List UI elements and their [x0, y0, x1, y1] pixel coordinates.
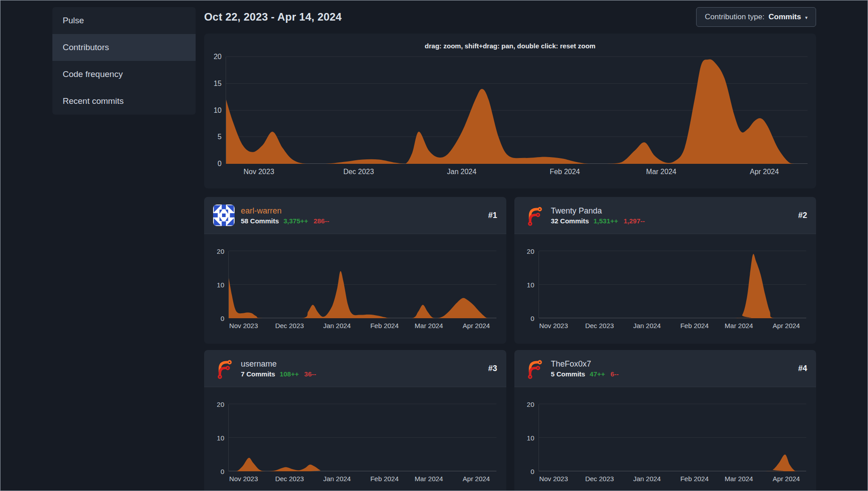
contributor-commits-chart: 01020Nov 2023Dec 2023Jan 2024Feb 2024Mar… [228, 251, 496, 330]
x-axis-labels: Nov 2023Dec 2023Jan 2024Feb 2024Mar 2024… [228, 322, 496, 330]
x-axis-tick-label: Jan 2024 [323, 322, 351, 329]
chart-plot-area[interactable]: 01020 [228, 404, 496, 471]
x-axis-tick-label: Nov 2023 [229, 322, 258, 329]
x-axis-tick-label: Dec 2023 [275, 475, 304, 482]
additions-count: 47++ [590, 370, 605, 378]
contributor-stats: 7 Commits 108++ 36-- [241, 370, 482, 378]
contributor-name-link[interactable]: Twenty Panda [551, 206, 602, 216]
rank-badge: #3 [488, 364, 497, 373]
x-axis-tick-label: Dec 2023 [585, 322, 614, 329]
commit-activity-area [229, 271, 496, 318]
x-axis-tick-label: Jan 2024 [323, 475, 351, 482]
contribution-type-dropdown[interactable]: Contribution type: Commits ▾ [696, 7, 816, 27]
sidebar-item-label: Code frequency [63, 69, 123, 79]
x-axis-tick-label: Nov 2023 [539, 322, 568, 329]
contributor-card-2: Twenty Panda 32 Commits 1,531++ 1,297-- … [514, 197, 817, 344]
x-axis-tick-label: Jan 2024 [633, 475, 661, 482]
chart-zoom-hint: drag: zoom, shift+drag: pan, double clic… [204, 43, 816, 49]
x-axis-tick-label: Apr 2024 [773, 322, 800, 329]
area-chart-svg [226, 57, 808, 164]
chart-plot-area[interactable]: 01020 [228, 251, 496, 318]
y-axis-tick-label: 10 [217, 434, 224, 442]
contributor-info: TheFox0x7 5 Commits 47++ 6-- [551, 359, 792, 378]
x-axis-tick-label: Dec 2023 [585, 475, 614, 482]
contributor-name-link[interactable]: TheFox0x7 [551, 359, 591, 369]
additions-count: 1,531++ [594, 217, 618, 225]
y-axis-tick-label: 0 [218, 160, 222, 168]
y-axis-tick-label: 10 [527, 281, 534, 289]
x-axis-tick-label: Mar 2024 [725, 475, 753, 482]
x-axis-tick-label: Jan 2024 [633, 322, 661, 329]
commit-count: 58 Commits [241, 217, 279, 225]
area-chart-svg [539, 404, 807, 471]
deletions-count: 286-- [313, 217, 329, 225]
sidebar-item-pulse[interactable]: Pulse [52, 7, 196, 34]
sidebar-item-code-frequency[interactable]: Code frequency [52, 61, 196, 88]
identicon-avatar [213, 205, 235, 226]
deletions-count: 36-- [304, 370, 316, 378]
additions-count: 3,375++ [283, 217, 308, 225]
sidebar-item-label: Recent commits [63, 96, 124, 106]
contributor-commits-chart: 01020Nov 2023Dec 2023Jan 2024Feb 2024Mar… [539, 251, 807, 330]
x-axis-labels: Nov 2023Dec 2023Jan 2024Feb 2024Mar 2024… [539, 322, 807, 330]
x-axis-tick-label: Mar 2024 [646, 168, 676, 176]
sidebar-item-contributors[interactable]: Contributors [52, 34, 196, 61]
y-axis-tick-label: 20 [527, 248, 534, 255]
rank-badge: #2 [798, 211, 807, 220]
contributor-commits-chart: 01020Nov 2023Dec 2023Jan 2024Feb 2024Mar… [539, 404, 807, 483]
contribution-type-value: Commits [769, 13, 801, 21]
contributor-card-header: Twenty Panda 32 Commits 1,531++ 1,297-- … [514, 197, 817, 234]
x-axis-tick-label: Feb 2024 [370, 475, 398, 482]
y-axis-tick-label: 10 [527, 434, 534, 442]
rank-badge: #4 [798, 364, 807, 373]
contribution-type-label: Contribution type: [705, 13, 764, 21]
commit-activity-area [539, 254, 807, 318]
x-axis-tick-label: Apr 2024 [463, 475, 490, 482]
page: Pulse Contributors Code frequency Recent… [0, 0, 868, 491]
x-axis-tick-label: Apr 2024 [750, 168, 779, 176]
x-axis-labels: Nov 2023Dec 2023Jan 2024Feb 2024Mar 2024… [226, 168, 808, 176]
y-axis-tick-label: 20 [217, 401, 224, 408]
y-axis-tick-label: 0 [221, 315, 224, 322]
commit-count: 32 Commits [551, 217, 589, 225]
chart-plot-area[interactable]: 01020 [539, 404, 807, 471]
y-axis-tick-label: 0 [530, 468, 534, 475]
y-axis-tick-label: 0 [221, 468, 224, 475]
x-axis-tick-label: Feb 2024 [550, 168, 580, 176]
x-axis-tick-label: Jan 2024 [447, 168, 477, 176]
y-axis-tick-label: 0 [530, 315, 534, 322]
contributors-main: Oct 22, 2023 - Apr 14, 2024 Contribution… [204, 7, 816, 491]
contributor-info: earl-warren 58 Commits 3,375++ 286-- [241, 206, 482, 225]
overall-commits-chart-card: drag: zoom, shift+drag: pan, double clic… [204, 34, 816, 188]
contributor-card-header: TheFox0x7 5 Commits 47++ 6-- #4 [514, 350, 817, 387]
x-axis-tick-label: Feb 2024 [680, 475, 709, 482]
chevron-down-icon: ▾ [805, 15, 808, 21]
forgejo-logo-avatar [213, 358, 235, 379]
y-axis-tick-label: 10 [217, 281, 224, 289]
contributor-name-link[interactable]: username [241, 359, 277, 369]
repo-activity-sidebar: Pulse Contributors Code frequency Recent… [52, 7, 196, 115]
y-axis-tick-label: 20 [214, 53, 222, 61]
contributor-commits-chart: 01020Nov 2023Dec 2023Jan 2024Feb 2024Mar… [228, 404, 496, 483]
contributor-info: username 7 Commits 108++ 36-- [241, 359, 482, 378]
contributor-stats: 5 Commits 47++ 6-- [551, 370, 792, 378]
sidebar-item-recent-commits[interactable]: Recent commits [52, 88, 196, 115]
contributor-stats: 32 Commits 1,531++ 1,297-- [551, 217, 792, 225]
x-axis-tick-label: Apr 2024 [773, 475, 800, 482]
sidebar-item-label: Contributors [63, 43, 109, 52]
commit-count: 5 Commits [551, 370, 586, 378]
x-axis-tick-label: Mar 2024 [415, 322, 443, 329]
contributor-name-link[interactable]: earl-warren [241, 206, 282, 216]
area-chart-svg [539, 251, 807, 318]
chart-plot-area[interactable]: 01020 [539, 251, 807, 318]
commit-activity-area [539, 454, 807, 471]
contributor-cards-grid: earl-warren 58 Commits 3,375++ 286-- #1 … [204, 197, 816, 491]
x-axis-labels: Nov 2023Dec 2023Jan 2024Feb 2024Mar 2024… [539, 475, 807, 483]
commit-activity-area [226, 59, 808, 164]
x-axis-tick-label: Dec 2023 [343, 168, 374, 176]
x-axis-tick-label: Nov 2023 [229, 475, 258, 482]
y-axis-tick-label: 20 [527, 401, 534, 408]
contributor-card-1: earl-warren 58 Commits 3,375++ 286-- #1 … [204, 197, 506, 344]
chart-plot-area[interactable]: 05101520 [226, 57, 808, 164]
x-axis-tick-label: Nov 2023 [539, 475, 568, 482]
